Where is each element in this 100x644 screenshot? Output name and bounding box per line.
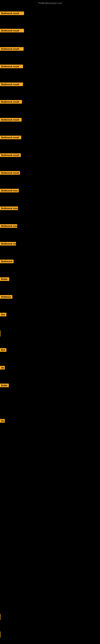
- bottleneck-badge-15: Bottle: [0, 277, 9, 281]
- bottleneck-badge-16: Bottlenec: [0, 295, 12, 299]
- vertical-line-18: [0, 330, 1, 336]
- bottleneck-badge-0: Bottleneck result: [0, 12, 24, 15]
- bottleneck-badge-17: Bot: [0, 313, 6, 316]
- bottleneck-badge-4: Bottleneck result: [0, 82, 23, 86]
- bottleneck-badge-12: Bottleneck resu: [0, 224, 17, 228]
- bottleneck-badge-23: Bo: [0, 419, 5, 422]
- bottleneck-badge-5: Bottleneck result: [0, 100, 22, 104]
- site-title: TheBottlenecker.com: [0, 2, 100, 5]
- bottleneck-badge-3: Bottleneck result: [0, 64, 23, 68]
- bottleneck-badge-21: Bottle: [0, 384, 9, 387]
- bottleneck-badge-8: Bottleneck result: [0, 153, 21, 157]
- bottleneck-badge-10: Bottleneck resu: [0, 189, 19, 192]
- bottleneck-badge-14: Bottleneck: [0, 260, 14, 263]
- bottleneck-badge-1: Bottleneck result: [0, 29, 24, 32]
- bottleneck-badge-20: Bo: [0, 366, 5, 370]
- bottleneck-badge-11: Bottleneck resu: [0, 206, 18, 210]
- bottleneck-badge-13: Bottleneck res: [0, 242, 16, 246]
- bottleneck-badge-2: Bottleneck result: [0, 47, 24, 51]
- bottleneck-badge-7: Bottleneck result: [0, 136, 21, 139]
- bottleneck-badge-9: Bottleneck result: [0, 171, 20, 175]
- bottleneck-badge-19: Bot: [0, 348, 6, 352]
- bottleneck-badge-6: Bottleneck result: [0, 118, 22, 122]
- vertical-line-34: [0, 614, 1, 620]
- vertical-line-35: [0, 632, 1, 638]
